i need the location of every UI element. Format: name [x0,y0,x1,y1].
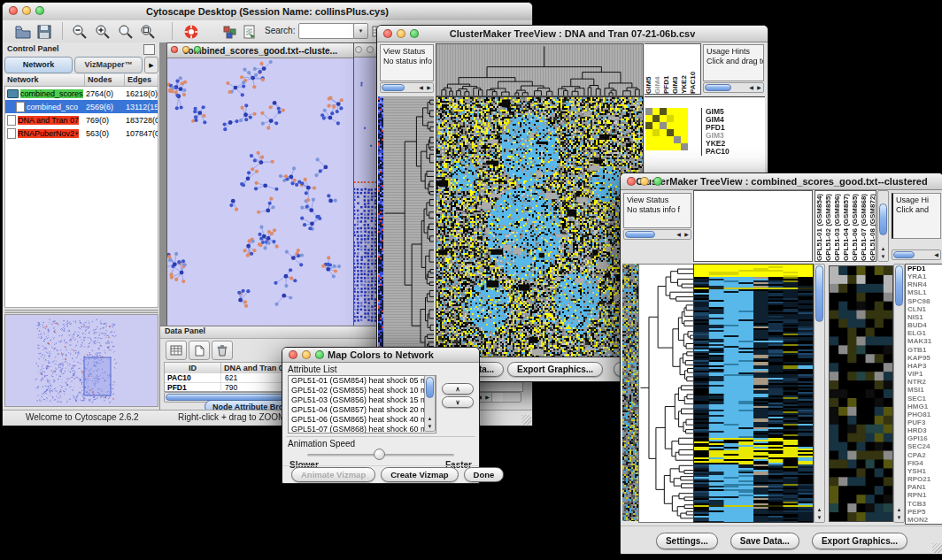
scroll-down-icon[interactable]: ▼ [815,513,824,522]
zoom-button[interactable] [35,6,44,15]
scroll-right-icon[interactable]: ▶ [683,230,691,239]
scrollbar-thumb[interactable] [895,265,903,306]
attribute-list-vscrollbar[interactable]: ▲ ▼ [424,375,436,432]
zoom-button[interactable] [315,350,324,359]
treeview2-gene-list[interactable]: PFD1YRA1RNR4MSL1SPC98CLN1NIS1BUD4ELG1MAK… [905,264,942,525]
zoom-button[interactable] [194,46,201,53]
speed-slider-thumb[interactable] [374,449,385,460]
export-graphics--button[interactable]: Export Graphics... [812,533,907,549]
scrollbar-thumb[interactable] [426,377,434,398]
tab-overflow-arrow[interactable]: ▶ [144,57,158,73]
delete-attribute-trash-icon[interactable] [212,341,233,360]
scroll-left-icon[interactable]: ◀ [747,83,755,92]
close-button[interactable] [355,46,362,53]
close-button[interactable] [289,350,297,359]
scroll-left-icon[interactable]: ◀ [417,83,425,92]
network-frame-1[interactable]: combined_scores_good.txt--cluste... [166,42,354,327]
zoom-button[interactable] [653,177,662,186]
attribute-list-item[interactable]: GPL51-06 (GSM865) heat shock 40 min [289,415,436,425]
heatmap-canvas[interactable] [436,96,644,357]
main-titlebar[interactable]: Cytoscape Desktop (Session Name: collins… [3,3,532,21]
minimize-button[interactable] [302,350,311,359]
scroll-down-icon[interactable]: ▼ [878,252,888,261]
column-dendrogram-area[interactable] [693,190,813,262]
help-lifering-icon[interactable] [181,22,201,41]
column-header-edges[interactable]: Edges [125,74,158,86]
network-frame1-titlebar[interactable]: combined_scores_good.txt--cluste... [167,43,353,58]
settings--button[interactable]: Settings... [656,533,718,549]
search-dropdown-icon[interactable]: ▼ [353,23,368,39]
scrollbar-thumb[interactable] [893,251,915,258]
network-tree-row[interactable]: combined_scores2764(0)16218(0) [5,87,158,100]
close-button[interactable] [171,46,178,53]
network-tree-row[interactable]: RNAPuberNov2+563(0)107847(0) [5,127,158,140]
tab-network[interactable]: Network [4,57,73,73]
network-tree-row[interactable]: DNA and Tran 07769(0)183728(0) [5,113,158,127]
resize-grip[interactable] [521,415,531,425]
panel-splitter[interactable] [4,310,158,313]
attribute-list-item[interactable]: GPL51-01 (GSM854) heat shock 05 min [289,376,436,386]
new-attribute-icon[interactable] [189,341,210,360]
column-header-network[interactable]: Network [4,74,85,86]
column-header-nodes[interactable]: Nodes [85,74,125,86]
done-button[interactable]: Done [464,467,505,482]
scroll-right-icon[interactable]: ▶ [425,83,433,92]
zoom-submatrix[interactable] [645,108,688,150]
tab-vizmapper[interactable]: VizMapper™ [74,57,143,73]
minimize-button[interactable] [182,46,189,53]
scroll-left-icon[interactable]: ◀ [932,250,940,259]
row-dendrogram-canvas[interactable] [383,96,434,357]
heatmap-vscrollbar[interactable]: ▲ ▼ [814,264,825,523]
save-data--button[interactable]: Save Data... [730,533,799,549]
usage-hints-hscrollbar[interactable]: ◀ ▶ [703,82,764,93]
scroll-right-icon[interactable]: ▶ [483,393,491,402]
zoom-out-icon[interactable] [70,22,89,41]
scroll-down-icon[interactable]: ▼ [425,422,435,431]
attribute-list-item[interactable]: GPL51-02 (GSM855) heat shock 10 min [289,386,436,395]
dialog-titlebar[interactable]: Map Colors to Network [282,348,479,363]
minimize-button[interactable] [640,177,649,186]
export-graphics--button[interactable]: Export Graphics... [507,362,603,377]
treeview1-titlebar[interactable]: ClusterMaker TreeView : DNA and Tran 07-… [377,26,768,42]
treeview2-titlebar[interactable]: ClusterMaker TreeView : combined_scores_… [621,173,942,190]
network-tree-row[interactable]: combined_sco2569(6)13112(15) [5,100,158,113]
column-labels-vscrollbar[interactable]: ▲ ▼ [877,190,889,262]
attribute-table-icon[interactable] [166,341,187,360]
network-view1-canvas[interactable] [167,58,351,326]
scrollbar-thumb[interactable] [625,231,655,238]
scrollbar-thumb[interactable] [705,84,731,91]
attribute-list-item[interactable]: GPL51-04 (GSM857) heat shock 20 min [289,405,436,415]
minimize-button[interactable] [367,46,374,53]
zoom-in-icon[interactable] [93,22,112,41]
vizmap-icon[interactable] [220,22,240,41]
save-icon[interactable] [35,22,54,41]
zoom-heatmap-canvas[interactable] [829,265,893,522]
scroll-down-icon[interactable]: ▼ [894,513,904,522]
attribute-list-item[interactable]: GPL51-03 (GSM856) heat shock 15 min [289,395,436,405]
minimize-button[interactable] [22,6,31,15]
attribute-list[interactable]: GPL51-01 (GSM854) heat shock 05 minGPL51… [288,375,436,433]
attribute-list-item[interactable]: GPL51-07 (GSM868) heat shock 60 min [289,425,436,433]
scrollbar-thumb[interactable] [879,203,887,235]
heatmap-canvas[interactable] [693,264,814,523]
scroll-right-icon[interactable]: ▶ [755,83,763,92]
search-input[interactable] [298,23,355,39]
zoom-fit-icon[interactable] [138,22,158,41]
data-column-id[interactable]: ID [165,363,221,373]
view-status-hscrollbar[interactable]: ◀ ▶ [623,229,691,240]
close-button[interactable] [9,6,18,15]
minimize-button[interactable] [397,29,405,38]
global-overview-strip-canvas[interactable] [622,264,638,521]
zoom-selected-icon[interactable] [116,22,135,41]
zoom-button[interactable] [410,29,419,38]
view-status-hscrollbar[interactable]: ◀ ▶ [380,82,434,93]
create-vizmap-button[interactable]: Create Vizmap [381,467,458,482]
move-down-button[interactable]: ∨ [442,396,474,408]
usage-hints-hscrollbar[interactable]: ◀ [892,249,941,260]
move-up-button[interactable]: ∧ [442,383,474,395]
annotation-icon[interactable] [240,22,259,41]
scrollbar-thumb[interactable] [815,265,823,322]
gene-list-vscrollbar[interactable]: ▲ ▼ [893,264,905,523]
scrollbar-thumb[interactable] [382,84,405,91]
open-file-icon[interactable] [13,22,33,41]
